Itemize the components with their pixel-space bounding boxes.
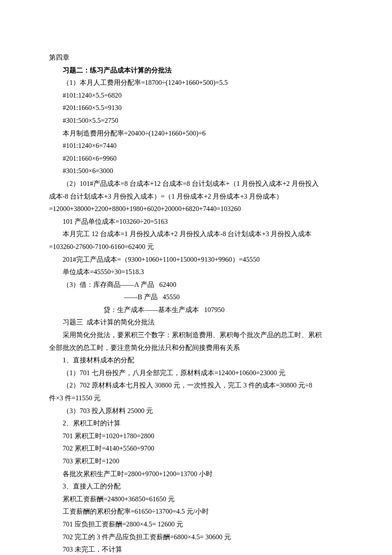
text-line: 201#完工产品成本=（9300+1060+1100+15000+9130+99… (49, 253, 343, 266)
text-line: 采用简化分批法，要累积三个数字：累积制造费用、累积每个批次产品的总工时、累积 (49, 329, 343, 341)
text-line: #101:1240×6=7440 (49, 139, 343, 152)
text-line: 703 累积工时=1200 (49, 455, 343, 468)
text-line: 全部批次的总工时，要注意简化分批法只和分配间接费用有关系 (49, 341, 343, 354)
text-line: ——B 产品 45550 (49, 291, 343, 304)
text-line: 2、累积工时的计算 (49, 417, 343, 430)
text-line: #201:1660×6=9960 (49, 152, 343, 165)
text-line: 各批次累积生产工时=2800+9700+1200=13700 小时 (49, 468, 343, 480)
text-line: #201:1660×5.5=9130 (49, 101, 343, 114)
text-line: 第四章 (49, 51, 343, 64)
text-line: 累积工资薪酬=24800+36850=61650 元 (49, 493, 343, 506)
text-line: 702 累积工时=4140+5560=9700 (49, 442, 343, 455)
text-line: （3）借：库存商品——A 产品 62400 (49, 278, 343, 291)
text-line: 习题二：练习产品成本计算的分批法 (49, 64, 343, 77)
text-line: 习题三 成本计算的简化分批法 (49, 316, 343, 329)
document-body: 第四章习题二：练习产品成本计算的分批法（1）本月人工费用分配率=18700÷(1… (49, 51, 343, 555)
text-line: 701 应负担工资薪酬=2800×4.5= 12600 元 (49, 518, 343, 531)
text-line: （3）703 投入原材料 25000 元 (49, 405, 343, 417)
text-line: 本月完工 12 台成本=1 月份投入成本+2 月份投入成本-8 台计划成本+3 … (49, 228, 343, 240)
text-line: （1）701 七月份投产，八月全部完工，原材料成本=12400+10600=23… (49, 367, 343, 379)
text-line: =103260-27600-7100-6160=62400 元 (49, 240, 343, 253)
text-line: 701 累积工时=1020+1780=2800 (49, 430, 343, 442)
text-line: 1、直接材料成本的分配 (49, 354, 343, 367)
text-line: 本月制造费用分配率=20400÷(1240+1660+500)=6 (49, 127, 343, 140)
text-line: 702 完工的 3 件产品应负担工资薪酬=6800×4.5= 30600 元 (49, 531, 343, 543)
text-line: （1）本月人工费用分配率=18700÷(1240+1660+500)=5.5 (49, 76, 343, 89)
text-line: （2）702 原材料成本七月投入 30800 元，一次性投入，完工 3 件的成本… (49, 379, 343, 392)
text-line: =12000+38000+2200+8800+1980+6020+20000+6… (49, 202, 343, 215)
text-line: #301:500×5.5=2750 (49, 114, 343, 127)
text-line: 703 未完工，不计算 (49, 543, 343, 555)
text-line: #301:500×6=3000 (49, 165, 343, 177)
text-line: 工资薪酬的累积分配率=61650÷13700=4.5 元/小时 (49, 505, 343, 518)
text-line: 101 产品单位成本=103260÷20=5163 (49, 215, 343, 228)
text-line: 贷：生产成本——基本生产成本 107950 (49, 304, 343, 316)
text-line: #101:1240×5.5=6820 (49, 89, 343, 102)
text-line: 成本-8 台计划成本+3 月份投入成本）=（1 月份成本+2 月份成本+3 月份… (49, 190, 343, 203)
text-line: 3、直接人工的分配 (49, 480, 343, 493)
text-line: 单位成本=45550÷30=1518.3 (49, 266, 343, 278)
text-line: 件×3 件=11550 元 (49, 392, 343, 405)
text-line: （2）101#产品成本=8 台成本+12 台成本=8 台计划成本+（1 月份投入… (49, 177, 343, 190)
